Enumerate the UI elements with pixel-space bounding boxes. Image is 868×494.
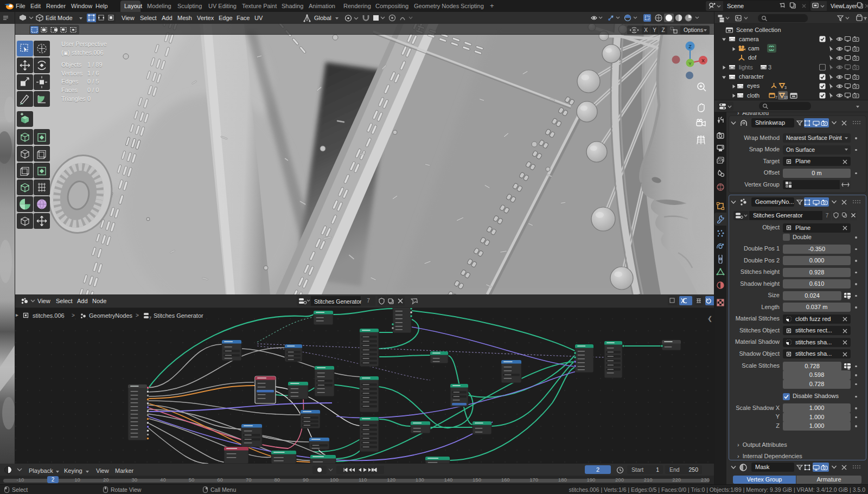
svg-text:7: 7 (149, 316, 151, 320)
svg-text:Y: Y (688, 61, 692, 66)
svg-text:Z: Z (688, 44, 692, 49)
svg-text:7: 7 (775, 95, 777, 99)
svg-text:3: 3 (784, 86, 787, 89)
svg-text:19: 19 (784, 95, 788, 99)
svg-text:X: X (701, 58, 705, 63)
